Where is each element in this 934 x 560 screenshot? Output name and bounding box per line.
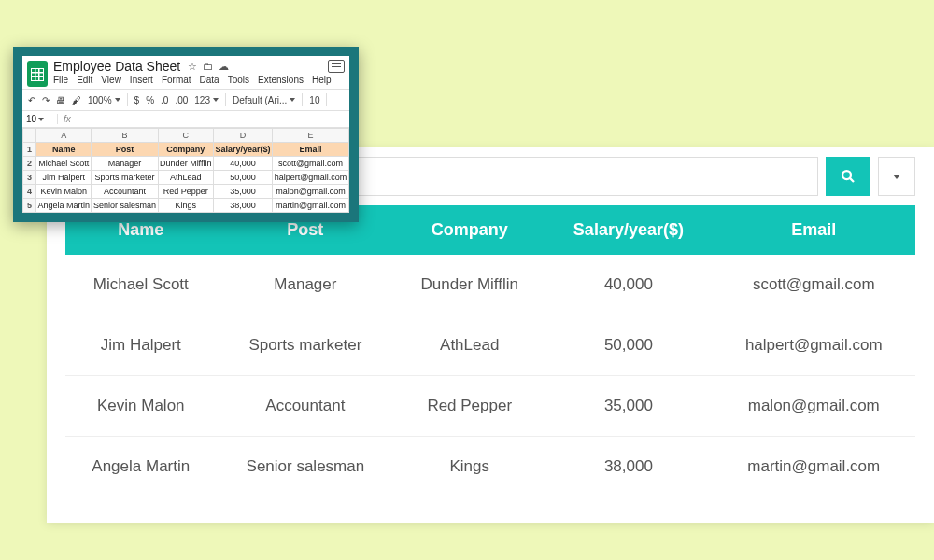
- col-header[interactable]: E: [272, 129, 348, 143]
- spreadsheet-overlay: Employee Data Sheet ☆ 🗀 ☁ File Edit View…: [13, 47, 359, 222]
- cell: Dunder Mifflin: [394, 255, 545, 315]
- cell: Kings: [394, 437, 545, 497]
- col-header[interactable]: D: [213, 129, 272, 143]
- move-icon[interactable]: 🗀: [203, 61, 213, 72]
- grid-cell[interactable]: scott@gmail.com: [272, 157, 348, 171]
- grid-cell[interactable]: Michael Scott: [36, 157, 92, 171]
- grid-cell[interactable]: Jim Halpert: [36, 171, 92, 185]
- cell: 38,000: [545, 437, 712, 497]
- grid-cell[interactable]: 38,000: [213, 199, 272, 213]
- grid-row: 4 Kevin Malon Accountant Red Pepper 35,0…: [23, 185, 349, 199]
- grid-corner[interactable]: [23, 129, 36, 143]
- search-icon: [840, 168, 856, 185]
- search-button[interactable]: [826, 157, 870, 196]
- increase-decimal-button[interactable]: .00: [175, 95, 188, 105]
- redo-icon[interactable]: ↷: [42, 95, 50, 105]
- row-header[interactable]: 3: [23, 171, 36, 185]
- cell: scott@gmail.com: [713, 255, 915, 315]
- menu-extensions[interactable]: Extensions: [258, 75, 304, 85]
- cell: Kevin Malon: [65, 376, 217, 437]
- chevron-down-icon: [290, 98, 295, 102]
- menu-insert[interactable]: Insert: [130, 75, 153, 85]
- undo-icon[interactable]: ↶: [28, 95, 35, 105]
- grid-cell[interactable]: Kevin Malon: [36, 185, 92, 199]
- grid-cell[interactable]: Company: [158, 143, 213, 157]
- cell: 35,000: [545, 376, 712, 437]
- menu-format[interactable]: Format: [162, 75, 191, 85]
- table-row: Jim Halpert Sports marketer AthLead 50,0…: [65, 315, 915, 376]
- grid-cell[interactable]: Salary/year($): [213, 143, 272, 157]
- menu-edit[interactable]: Edit: [77, 75, 92, 85]
- data-table: Name Post Company Salary/year($) Email M…: [65, 205, 915, 497]
- cloud-icon[interactable]: ☁: [219, 61, 229, 73]
- row-header[interactable]: 5: [23, 199, 36, 213]
- row-header[interactable]: 2: [23, 157, 36, 171]
- grid-cell[interactable]: Red Pepper: [158, 185, 213, 199]
- grid-cell[interactable]: 50,000: [213, 171, 272, 185]
- number-format-button[interactable]: 123: [194, 95, 219, 105]
- col-header[interactable]: A: [36, 129, 92, 143]
- menu-file[interactable]: File: [53, 75, 68, 85]
- col-header[interactable]: B: [92, 129, 158, 143]
- grid-row: 2 Michael Scott Manager Dunder Mifflin 4…: [23, 157, 349, 171]
- cell: Accountant: [217, 376, 395, 437]
- cell: Angela Martin: [65, 437, 217, 497]
- chevron-down-icon: [893, 175, 900, 179]
- title-bar: Employee Data Sheet ☆ 🗀 ☁ File Edit View…: [22, 56, 349, 89]
- table-row: Michael Scott Manager Dunder Mifflin 40,…: [65, 255, 915, 315]
- currency-button[interactable]: $: [134, 95, 140, 105]
- cell: Jim Halpert: [65, 315, 217, 376]
- font-size-select[interactable]: 10: [309, 95, 319, 105]
- svg-point-0: [842, 171, 851, 179]
- font-select[interactable]: Default (Ari...: [233, 95, 295, 105]
- grid-row: 5 Angela Martin Senior salesman Kings 38…: [23, 199, 349, 213]
- table-row: Angela Martin Senior salesman Kings 38,0…: [65, 437, 915, 497]
- doc-title[interactable]: Employee Data Sheet: [53, 59, 180, 74]
- toolbar: ↶ ↷ 🖶 🖌 100% $ % .0 .00 123 Default (Ari…: [22, 89, 349, 111]
- grid-cell[interactable]: Name: [36, 143, 92, 157]
- grid-cell[interactable]: martin@gmail.com: [272, 199, 348, 213]
- cell: 40,000: [545, 255, 712, 315]
- cell: AthLead: [394, 315, 545, 376]
- grid-cell[interactable]: Dunder Mifflin: [158, 157, 213, 171]
- name-box[interactable]: 10: [22, 114, 58, 124]
- spreadsheet: Employee Data Sheet ☆ 🗀 ☁ File Edit View…: [22, 56, 349, 213]
- col-header[interactable]: C: [158, 129, 213, 143]
- row-header[interactable]: 4: [23, 185, 36, 199]
- grid-cell[interactable]: Senior salesman: [92, 199, 158, 213]
- grid-cell[interactable]: Manager: [92, 157, 158, 171]
- menu-data[interactable]: Data: [200, 75, 219, 85]
- chevron-down-icon: [38, 118, 44, 121]
- zoom-select[interactable]: 100%: [88, 95, 120, 105]
- chat-icon[interactable]: [328, 60, 345, 73]
- grid-cell[interactable]: Kings: [158, 199, 213, 213]
- percent-button[interactable]: %: [146, 95, 154, 105]
- paint-format-icon[interactable]: 🖌: [72, 95, 81, 105]
- grid-cell[interactable]: Sports marketer: [92, 171, 158, 185]
- chevron-down-icon: [213, 98, 219, 102]
- grid-cell[interactable]: malon@gmail.com: [272, 185, 348, 199]
- formula-bar: 10 fx: [22, 111, 349, 128]
- grid-cell[interactable]: Email: [272, 143, 348, 157]
- grid-cell[interactable]: AthLead: [158, 171, 213, 185]
- menu-view[interactable]: View: [101, 75, 121, 85]
- grid-cell[interactable]: Angela Martin: [36, 199, 92, 213]
- grid[interactable]: A B C D E 1 Name Post Company Salary/yea…: [22, 128, 349, 213]
- cell: Red Pepper: [394, 376, 545, 437]
- col-company: Company: [394, 205, 545, 255]
- decrease-decimal-button[interactable]: .0: [161, 95, 168, 105]
- menu-tools[interactable]: Tools: [228, 75, 249, 85]
- grid-cell[interactable]: Post: [92, 143, 158, 157]
- grid-cell[interactable]: Accountant: [92, 185, 158, 199]
- star-icon[interactable]: ☆: [188, 61, 197, 73]
- grid-cell[interactable]: 35,000: [213, 185, 272, 199]
- grid-cell[interactable]: halpert@gmail.com: [272, 171, 348, 185]
- dropdown-button[interactable]: [878, 157, 915, 196]
- grid-cell[interactable]: 40,000: [213, 157, 272, 171]
- chevron-down-icon: [115, 98, 120, 102]
- fx-label: fx: [58, 114, 71, 124]
- row-header[interactable]: 1: [23, 143, 36, 157]
- menu-help[interactable]: Help: [312, 75, 332, 85]
- print-icon[interactable]: 🖶: [56, 95, 65, 105]
- cell: Sports marketer: [217, 315, 395, 376]
